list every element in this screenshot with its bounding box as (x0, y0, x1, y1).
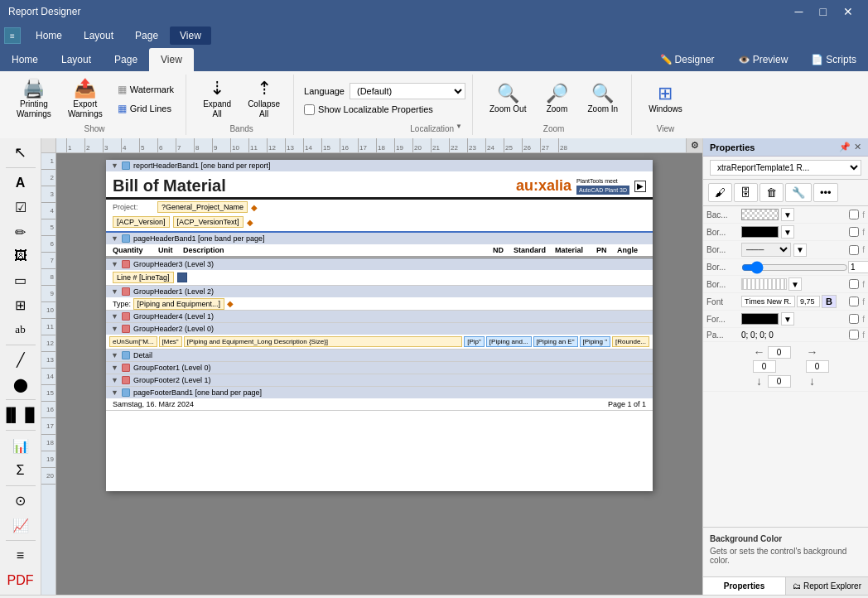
collapse-all-button[interactable]: ⇡ CollapseAll (241, 75, 287, 123)
gh1-expand-icon[interactable]: ▼ (111, 287, 118, 296)
line-tag-row: Line # [LineTag] (106, 270, 653, 285)
gauge-tool[interactable]: ⊙ (6, 490, 36, 512)
expand-all-button[interactable]: ⇣ ExpandAll (196, 75, 238, 123)
bac-checkbox[interactable] (849, 210, 859, 219)
font-size-input[interactable] (797, 296, 820, 307)
canvas-scroll[interactable]: ▼ reportHeaderBand1 [one band per report… (56, 153, 702, 595)
props-settings-btn[interactable]: 🔧 (785, 183, 812, 202)
padding-left-input[interactable] (753, 360, 776, 373)
language-select[interactable]: (Default) English German (350, 83, 465, 99)
windows-button[interactable]: ⊞ Windows (642, 80, 689, 118)
padding-right-input[interactable] (806, 360, 829, 373)
bor1-checkbox[interactable] (849, 227, 859, 237)
pf-expand-icon[interactable]: ▼ (111, 388, 118, 397)
for-color-picker-btn[interactable]: ▼ (781, 312, 794, 326)
tab-view[interactable]: View (149, 48, 194, 71)
gf1-expand-icon[interactable]: ▼ (111, 364, 118, 372)
group-footer-1-title: ▼ GroupFooter1 (Level 0) (106, 362, 653, 374)
line-tag-icon[interactable] (177, 272, 187, 282)
font-checkbox[interactable] (849, 297, 859, 306)
prop-pa-value: 0; 0; 0; 0 (741, 330, 846, 340)
gh3-expand-icon[interactable]: ▼ (111, 260, 118, 268)
minimize-button[interactable]: ─ (788, 3, 810, 20)
pdf-tool[interactable]: PDF (6, 570, 36, 591)
font-family-input[interactable] (741, 296, 795, 307)
menu-view[interactable]: View (170, 27, 211, 45)
bac-color-picker-btn[interactable]: ▼ (781, 208, 794, 221)
detail-expand-icon[interactable]: ▼ (111, 351, 118, 359)
gh2-expand-icon[interactable]: ▼ (111, 325, 118, 333)
for-checkbox[interactable] (849, 314, 859, 324)
tab-home[interactable]: Home (0, 48, 50, 71)
props-selector: xtraReportTemplate1 R... (703, 157, 868, 180)
props-brush-btn[interactable]: 🖌 (708, 183, 732, 202)
close-button[interactable]: ✕ (837, 3, 860, 20)
table-tool[interactable]: ⊞ (6, 294, 36, 316)
tab-page[interactable]: Page (103, 48, 149, 71)
localization-expand-icon[interactable]: ▼ (456, 123, 462, 135)
page-header-expand-icon[interactable]: ▼ (111, 234, 118, 243)
trend-tool[interactable]: 📈 (6, 514, 36, 536)
panel-pin-button[interactable]: 📌 (839, 142, 851, 152)
tab-preview[interactable]: 👁️Preview (726, 48, 800, 71)
pa-checkbox[interactable] (849, 330, 859, 340)
band-expand-icon[interactable]: ▼ (111, 162, 118, 170)
panel-close-button[interactable]: ✕ (854, 142, 861, 152)
font-bold-btn[interactable]: B (822, 295, 837, 308)
logo-expand-btn[interactable]: ▶ (634, 181, 646, 192)
v-mark-5: 5 (41, 219, 55, 236)
group-header-4: ▼ GroupHeader4 (Level 1) (106, 311, 653, 323)
checkbox-tool[interactable]: ☑ (6, 197, 36, 219)
tab-scripts[interactable]: 📄Scripts (799, 48, 868, 71)
padding-bottom-input[interactable] (768, 375, 791, 388)
bor2-checkbox[interactable] (849, 245, 859, 255)
text-format-tool[interactable]: ab (6, 318, 36, 340)
props-delete-btn[interactable]: 🗑 (760, 183, 784, 202)
menu-page[interactable]: Page (125, 27, 168, 45)
padding-top-input[interactable] (768, 346, 791, 359)
image-tool[interactable]: 🖼 (6, 245, 36, 267)
gf2-expand-icon[interactable]: ▼ (111, 376, 118, 384)
bor3-input[interactable] (848, 261, 868, 273)
bor1-color-picker-btn[interactable]: ▼ (781, 225, 794, 239)
bor4-picker-btn[interactable]: ▼ (788, 277, 802, 291)
props-object-select[interactable]: xtraReportTemplate1 R... (710, 160, 861, 176)
props-more-btn[interactable]: ••• (813, 183, 838, 202)
zoom-out-button[interactable]: 🔍 Zoom Out (483, 80, 533, 118)
select-tool[interactable]: ↖ (6, 142, 36, 163)
zoom-in-button[interactable]: 🔍 Zoom In (581, 80, 624, 118)
text-tool[interactable]: A (6, 172, 36, 194)
line-tool[interactable]: ╱ (6, 350, 36, 371)
chart-tool[interactable]: 📊 (6, 435, 36, 456)
tab-properties[interactable]: Properties (703, 577, 786, 595)
props-data-btn[interactable]: 🗄 (734, 183, 758, 202)
rect-tool[interactable]: ▭ (6, 270, 36, 292)
bor2-picker-btn[interactable]: ▼ (793, 244, 807, 257)
menu-layout[interactable]: Layout (74, 27, 123, 45)
gh4-expand-icon[interactable]: ▼ (111, 312, 118, 321)
grid-lines-button[interactable]: ▦ Grid Lines (113, 100, 179, 117)
bor4-checkbox[interactable] (849, 279, 859, 289)
canvas-settings-button[interactable]: ⚙ (686, 138, 702, 153)
watermark-button[interactable]: ▦ Watermark (113, 81, 179, 98)
zoom-button[interactable]: 🔎 Zoom (536, 80, 577, 118)
edit-tool[interactable]: ✏ (6, 221, 36, 243)
circle-tool[interactable]: ⬤ (6, 374, 36, 395)
tab-report-explorer[interactable]: 🗂 Report Explorer (786, 577, 868, 595)
show-localizable-checkbox[interactable] (304, 104, 315, 115)
maximize-button[interactable]: □ (813, 3, 833, 20)
menu-home[interactable]: Home (26, 27, 72, 45)
printing-warnings-button[interactable]: 🖨️ PrintingWarnings (10, 75, 58, 123)
barcode-tool[interactable]: ▐▌▐▌ (6, 404, 36, 426)
export-warnings-button[interactable]: 📤 ExportWarnings (61, 75, 109, 123)
list-tool[interactable]: ≡ (6, 545, 36, 567)
bor3-slider[interactable] (741, 262, 848, 273)
show-localizable-label: Show Localizable Properties (318, 104, 433, 114)
menu-icon[interactable]: ≡ (4, 27, 21, 44)
bor2-select[interactable]: ─── (741, 243, 791, 257)
tab-designer[interactable]: ✏️Designer (649, 48, 726, 71)
zoom-out-label: Zoom Out (489, 104, 526, 114)
sigma-tool[interactable]: Σ (6, 460, 36, 481)
tab-layout[interactable]: Layout (50, 48, 103, 71)
padding-grid: ← → ↓ ↓ (703, 342, 868, 392)
